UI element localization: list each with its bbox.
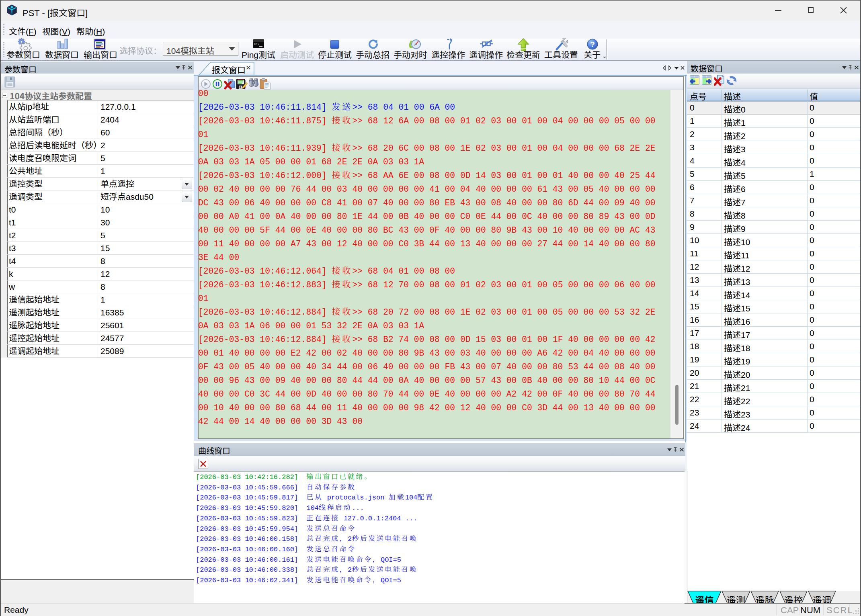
svg-text:?: ? xyxy=(590,40,595,49)
svg-text:C:\: C:\ xyxy=(254,43,259,46)
